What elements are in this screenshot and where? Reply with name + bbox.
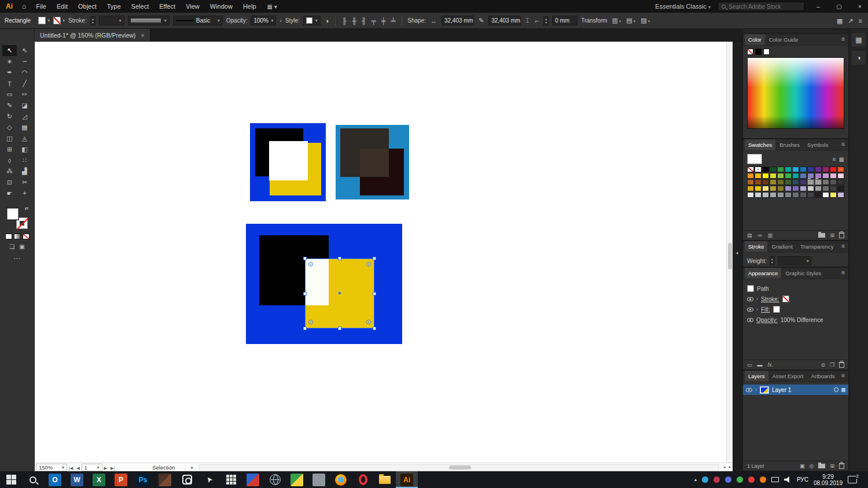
zoom-level-select[interactable]: 150%▾ xyxy=(36,464,67,471)
grid-view-icon[interactable]: ▦ xyxy=(839,156,844,162)
column-graph-tool[interactable]: ▟ xyxy=(17,166,32,177)
width-profile-select[interactable]: ▾ xyxy=(128,16,170,25)
swatch[interactable] xyxy=(762,192,769,198)
paintbrush-tool[interactable]: ✏ xyxy=(17,89,32,100)
appearance-fill-row[interactable]: › Fill: xyxy=(743,304,848,315)
recolor-artwork-icon[interactable]: ◑ xyxy=(324,17,330,24)
shape-width-field[interactable]: 32,403 mm xyxy=(442,16,474,25)
swatch[interactable] xyxy=(822,192,829,198)
first-artboard-button[interactable]: |◀ xyxy=(67,466,75,470)
slice-tool[interactable]: ✂ xyxy=(17,177,32,188)
file-explorer-icon[interactable] xyxy=(374,471,396,488)
free-transform-tool[interactable]: ▦ xyxy=(17,122,32,133)
rectangle-tool[interactable]: ▭ xyxy=(2,89,17,100)
new-layer-icon[interactable]: ⊞ xyxy=(830,463,834,469)
hand-tool[interactable]: ☛ xyxy=(2,188,17,199)
swatch[interactable] xyxy=(830,173,837,179)
paint-app-icon[interactable] xyxy=(242,471,264,488)
swatch[interactable] xyxy=(770,186,777,191)
weight-select[interactable]: ▾ xyxy=(778,256,811,265)
comp1-white-square[interactable] xyxy=(269,141,308,180)
none-mode-button[interactable] xyxy=(23,234,30,239)
black-color-chip[interactable] xyxy=(755,49,762,55)
swatch[interactable] xyxy=(822,167,829,172)
menu-effect[interactable]: Effect xyxy=(154,0,181,13)
swatch[interactable] xyxy=(837,167,844,172)
control-panel-menu-icon[interactable]: ≡ xyxy=(858,17,863,24)
arrange-documents-menu-icon[interactable]: ▦ ▾ xyxy=(262,3,283,10)
tab-color[interactable]: Color xyxy=(745,34,765,45)
delete-swatch-icon[interactable] xyxy=(839,232,844,238)
share-document-icon[interactable]: ↗ xyxy=(847,17,854,25)
gradient-mode-button[interactable] xyxy=(14,234,21,239)
swatch[interactable] xyxy=(807,167,814,172)
selection-handle[interactable] xyxy=(373,327,376,330)
volume-icon[interactable] xyxy=(784,476,792,483)
selection-handle[interactable] xyxy=(338,257,341,260)
photos-app-icon[interactable] xyxy=(154,471,176,488)
transform-label[interactable]: Transform xyxy=(581,17,607,24)
eyedropper-tool[interactable]: ◊ xyxy=(2,155,17,166)
swatch[interactable] xyxy=(807,192,814,198)
swatch[interactable] xyxy=(777,192,784,198)
globe-app-icon[interactable] xyxy=(264,471,286,488)
swap-fill-stroke-icon[interactable]: ⇄ xyxy=(25,206,29,211)
swatch[interactable] xyxy=(837,192,844,198)
swatch[interactable] xyxy=(792,173,799,179)
selection-handle[interactable] xyxy=(373,292,376,295)
panel-menu-icon[interactable]: ≡ xyxy=(841,269,845,276)
swatch[interactable] xyxy=(822,179,829,185)
corner-radius-field[interactable]: 0 mm xyxy=(552,16,578,25)
color-themes-panel-icon[interactable]: ◑ xyxy=(852,51,866,65)
layer-row[interactable]: › Layer 1 xyxy=(743,385,848,395)
horizontal-scroll-thumb[interactable] xyxy=(449,465,471,469)
new-color-group-icon[interactable] xyxy=(818,233,825,238)
swatch[interactable] xyxy=(800,173,807,179)
rotate-tool[interactable]: ↻ xyxy=(2,111,17,122)
tab-symbols[interactable]: Symbols xyxy=(804,139,832,150)
layer-target-icon[interactable] xyxy=(834,387,838,392)
tab-color-guide[interactable]: Color Guide xyxy=(766,34,802,45)
appearance-stroke-row[interactable]: › Stroke: xyxy=(743,294,848,304)
workspace-switcher[interactable]: Essentials Classic▾ xyxy=(655,3,711,10)
color-group-folder[interactable] xyxy=(815,179,822,185)
style-select[interactable]: ▾ xyxy=(303,16,321,25)
menu-view[interactable]: View xyxy=(181,0,205,13)
curvature-tool[interactable]: ◠ xyxy=(17,67,32,78)
notes-app-icon[interactable] xyxy=(308,471,330,488)
app-logo[interactable]: Ai xyxy=(0,2,17,10)
swatch[interactable] xyxy=(792,179,799,185)
swatch[interactable] xyxy=(830,167,837,172)
menu-window[interactable]: Window xyxy=(205,0,238,13)
document-tab[interactable]: Untitled-1* @ 150% (RGB/Preview) × xyxy=(35,29,150,41)
swatch[interactable] xyxy=(800,186,807,191)
transform-flip-horizontal-icon[interactable]: ▥ xyxy=(610,17,622,24)
horizontal-scrollbar[interactable] xyxy=(199,464,719,471)
swatch[interactable] xyxy=(770,192,777,198)
swatch[interactable] xyxy=(830,179,837,185)
swatch[interactable] xyxy=(762,173,769,179)
shaper-tool[interactable]: ✎ xyxy=(2,100,17,111)
swatch[interactable] xyxy=(800,192,807,198)
swatch-libraries-icon[interactable]: ▤ xyxy=(747,232,752,238)
shape-height-field[interactable]: 32,403 mm xyxy=(488,16,521,25)
swatch[interactable] xyxy=(822,186,829,191)
swatch[interactable] xyxy=(785,167,792,172)
home-icon[interactable]: ⌂ xyxy=(17,2,31,10)
menu-object[interactable]: Object xyxy=(73,0,102,13)
display-tray-icon[interactable] xyxy=(771,477,779,482)
swatch[interactable] xyxy=(815,192,822,198)
symbol-sprayer-tool[interactable]: ⁂ xyxy=(2,166,17,177)
swatch-none[interactable] xyxy=(747,167,754,172)
tray-app-1-icon[interactable] xyxy=(702,476,708,483)
swatch-registration[interactable]: + xyxy=(755,167,762,172)
stroke-weight-stepper[interactable]: ▴▾ xyxy=(90,16,95,25)
add-new-fill-icon[interactable]: ▬ xyxy=(757,362,763,368)
blend-tool[interactable]: ∷ xyxy=(17,155,32,166)
new-swatch-icon[interactable]: ⊞ xyxy=(830,232,834,238)
selection-handle[interactable] xyxy=(373,257,376,260)
stroke-swatch[interactable] xyxy=(53,17,61,24)
comp2-blend-overlap[interactable] xyxy=(360,149,389,177)
visibility-eye-icon[interactable] xyxy=(747,318,753,322)
link-dimensions-icon[interactable]: ✎ xyxy=(477,17,485,24)
